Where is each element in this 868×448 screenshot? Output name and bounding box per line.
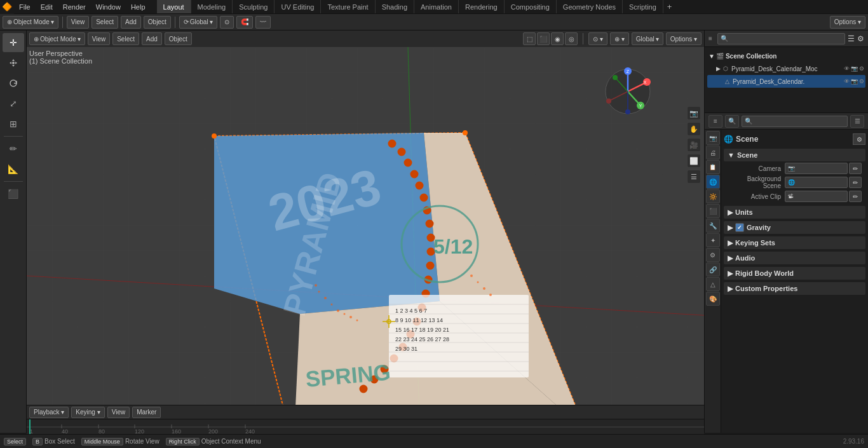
- tab-sculpting[interactable]: Sculpting: [233, 0, 275, 13]
- viewport-mode-btn[interactable]: ⊕ Object Mode ▾: [29, 32, 85, 45]
- camera-to-view-btn[interactable]: 🎥: [687, 138, 701, 152]
- tab-compositing[interactable]: Compositing: [505, 0, 557, 13]
- camera-picker-btn[interactable]: ✏: [849, 163, 862, 174]
- outliner-item-pyramid-cal[interactable]: △ Pyramid_Desk_Calendar. 👁 📷 ⚙: [707, 75, 865, 88]
- gravity-section-header[interactable]: ▶ Gravity: [724, 221, 865, 234]
- camera-view-btn[interactable]: 📷: [687, 106, 701, 120]
- viewport-options-btn[interactable]: Options ▾: [666, 32, 702, 45]
- outliner-search-input[interactable]: [717, 33, 845, 44]
- props-icon-3[interactable]: ☰: [850, 115, 864, 128]
- transform-tool-btn[interactable]: ⊞: [3, 114, 24, 133]
- rigid-body-section-header[interactable]: ▶ Rigid Body World: [724, 267, 865, 280]
- keying-section-header[interactable]: ▶ Keying Sets: [724, 236, 865, 249]
- tab-modeling[interactable]: Modeling: [191, 0, 233, 13]
- pan-btn[interactable]: ✋: [687, 122, 701, 136]
- viewport-wire-btn[interactable]: ⬚: [523, 32, 536, 45]
- data-props-icon[interactable]: △: [706, 277, 720, 291]
- item-visibility-btn[interactable]: 👁: [844, 65, 850, 72]
- outliner-filter-icon[interactable]: ☰: [848, 34, 855, 43]
- item2-render-btn[interactable]: ⚙: [859, 78, 864, 85]
- timeline-view-menu[interactable]: View: [107, 407, 130, 418]
- snap-btn[interactable]: 🧲: [236, 16, 253, 29]
- item2-visibility-btn[interactable]: 👁: [844, 78, 850, 85]
- bg-scene-picker-btn[interactable]: ✏: [849, 177, 862, 188]
- timeline-playback-menu[interactable]: Playback ▾: [29, 407, 69, 418]
- output-props-icon[interactable]: 🖨: [706, 146, 720, 160]
- active-clip-value[interactable]: 📽: [785, 191, 848, 202]
- audio-section-header[interactable]: ▶ Audio: [724, 252, 865, 264]
- viewport-view-btn[interactable]: View: [88, 32, 111, 45]
- add-menu-button[interactable]: Add: [121, 16, 141, 29]
- menu-window[interactable]: Window: [91, 0, 126, 13]
- move-tool-btn[interactable]: [3, 53, 24, 72]
- object-props-icon[interactable]: ⬛: [706, 204, 720, 218]
- tab-layout[interactable]: Layout: [157, 0, 191, 13]
- viewport-object-btn[interactable]: Object: [165, 32, 192, 45]
- timeline-marker-menu[interactable]: Marker: [132, 407, 161, 418]
- scene-options-btn[interactable]: ⚙: [853, 133, 865, 145]
- props-icon-1[interactable]: ≡: [709, 115, 722, 128]
- particles-props-icon[interactable]: ✦: [706, 233, 720, 247]
- add-object-btn[interactable]: ⬛: [3, 184, 24, 203]
- gravity-checkbox[interactable]: [735, 223, 744, 232]
- tab-geometry-nodes[interactable]: Geometry Nodes: [557, 0, 623, 13]
- transform-orientations-btn[interactable]: ⟳ Global ▾: [179, 16, 217, 29]
- viewport-add-btn[interactable]: Add: [142, 32, 162, 45]
- measure-tool-btn[interactable]: 📐: [3, 160, 24, 179]
- item-select-btn[interactable]: 📷: [851, 65, 858, 72]
- scene-section-header[interactable]: ▼ Scene: [724, 149, 865, 161]
- viewport-select-btn[interactable]: Select: [112, 32, 139, 45]
- viewport-gizmo-btn[interactable]: ⊕ ▾: [610, 32, 629, 45]
- options-button[interactable]: Options ▾: [830, 16, 865, 29]
- menu-help[interactable]: Help: [126, 0, 151, 13]
- viewport-overlay-btn[interactable]: ⊙ ▾: [588, 32, 607, 45]
- viewport-3d[interactable]: ⊕ Object Mode ▾ View Select Add Object ⬚…: [27, 31, 704, 433]
- tab-animation[interactable]: Animation: [414, 0, 459, 13]
- world-props-icon[interactable]: 🔆: [706, 189, 720, 203]
- material-props-icon[interactable]: 🎨: [706, 292, 720, 306]
- outliner-item-pyramid-moc[interactable]: ▶ ⬡ Pyramid_Desk_Calendar_Moc 👁 📷 ⚙: [707, 62, 865, 75]
- scene-collection-root[interactable]: ▼ 🎬 Scene Collection: [707, 50, 865, 62]
- cursor-tool-btn[interactable]: ✛: [3, 33, 24, 52]
- menu-render[interactable]: Render: [58, 0, 91, 13]
- bg-scene-value[interactable]: 🌐: [785, 177, 848, 188]
- navigation-gizmo[interactable]: X Y Z: [602, 66, 653, 117]
- modifier-props-icon[interactable]: 🔧: [706, 219, 720, 233]
- timeline-keying-menu[interactable]: Keying ▾: [71, 407, 104, 418]
- viewport-display-btn[interactable]: ☰: [687, 170, 701, 184]
- tab-uv-editing[interactable]: UV Editing: [275, 0, 321, 13]
- tab-scripting[interactable]: Scripting: [623, 0, 663, 13]
- rotate-tool-btn[interactable]: [3, 74, 24, 93]
- props-search-input[interactable]: [742, 116, 848, 127]
- camera-value[interactable]: 📷: [785, 163, 848, 174]
- proportional-falloff-btn[interactable]: 〰: [255, 16, 271, 29]
- outliner-settings-icon[interactable]: ⚙: [857, 34, 864, 43]
- viewport-transform-global-btn[interactable]: Global ▾: [632, 32, 663, 45]
- active-clip-picker-btn[interactable]: ✏: [849, 191, 862, 202]
- mode-selector[interactable]: ⊕ Object Mode ▾: [3, 16, 58, 29]
- viewport-canvas[interactable]: 2023 PYRAMID 5/12 SPRING 1: [27, 47, 704, 433]
- object-menu-button[interactable]: Object: [144, 16, 171, 29]
- proportional-editing-btn[interactable]: ⊙: [220, 16, 234, 29]
- scale-tool-btn[interactable]: ⤢: [3, 94, 24, 113]
- props-icon-2[interactable]: 🔍: [725, 115, 739, 128]
- units-section-header[interactable]: ▶ Units: [724, 206, 865, 219]
- render-props-icon[interactable]: 📷: [706, 131, 720, 145]
- menu-file[interactable]: File: [14, 0, 36, 13]
- viewport-solid-btn[interactable]: ⬛: [537, 32, 550, 45]
- view-layer-icon[interactable]: 📋: [706, 160, 720, 174]
- menu-edit[interactable]: Edit: [36, 0, 58, 13]
- item2-select-btn[interactable]: 📷: [851, 78, 858, 85]
- render-region-btn[interactable]: ⬜: [687, 154, 701, 168]
- constraints-props-icon[interactable]: 🔗: [706, 262, 720, 276]
- annotate-tool-btn[interactable]: ✏: [3, 139, 24, 158]
- scene-props-icon[interactable]: 🌐: [706, 175, 720, 189]
- custom-props-header[interactable]: ▶ Custom Properties: [724, 282, 865, 295]
- tab-shading[interactable]: Shading: [376, 0, 414, 13]
- viewport-material-btn[interactable]: ◉: [551, 32, 564, 45]
- item-render-btn[interactable]: ⚙: [859, 65, 864, 72]
- tab-rendering[interactable]: Rendering: [459, 0, 505, 13]
- tab-texture-paint[interactable]: Texture Paint: [321, 0, 375, 13]
- select-menu-button[interactable]: Select: [92, 16, 118, 29]
- timeline-ruler[interactable]: 1 40 80 120 160 200 240: [27, 419, 704, 434]
